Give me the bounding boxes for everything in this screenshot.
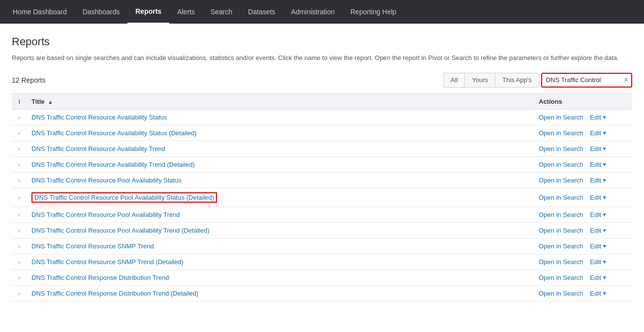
actions-container: Open in Search Edit ▼	[539, 177, 627, 184]
edit-button[interactable]: Edit ▼	[590, 227, 607, 234]
chevron-right-icon[interactable]: ›	[18, 130, 20, 137]
open-in-search-link[interactable]: Open in Search	[539, 274, 583, 281]
chevron-right-icon[interactable]: ›	[18, 274, 20, 281]
edit-button[interactable]: Edit ▼	[590, 129, 607, 137]
row-title-cell: DNS Traffic Control Resource Pool Availa…	[27, 172, 534, 188]
actions-container: Open in Search Edit ▼	[539, 211, 627, 218]
chevron-right-icon[interactable]: ›	[18, 161, 20, 168]
row-actions-cell: Open in Search Edit ▼	[534, 254, 632, 270]
edit-button[interactable]: Edit ▼	[590, 194, 607, 201]
edit-dropdown-icon: ▼	[602, 243, 607, 249]
nav-item-datasets[interactable]: Datasets	[240, 0, 283, 24]
report-link[interactable]: DNS Traffic Control Resource Pool Availa…	[31, 177, 182, 184]
report-link[interactable]: DNS Traffic Control Resource Pool Availa…	[31, 227, 210, 234]
search-filter-clear-button[interactable]: ×	[621, 73, 631, 87]
edit-button[interactable]: Edit ▼	[590, 242, 607, 250]
chevron-right-icon[interactable]: ›	[18, 290, 20, 297]
row-title-cell: DNS Traffic Control Resource SNMP Trend …	[27, 254, 534, 270]
open-in-search-link[interactable]: Open in Search	[539, 194, 583, 201]
edit-label: Edit	[590, 242, 601, 250]
nav-item-search[interactable]: Search	[203, 0, 240, 24]
open-in-search-link[interactable]: Open in Search	[539, 211, 583, 218]
edit-dropdown-icon: ▼	[602, 212, 607, 217]
reports-count: 12 Reports	[12, 76, 443, 84]
edit-button[interactable]: Edit ▼	[590, 177, 607, 184]
open-in-search-link[interactable]: Open in Search	[539, 129, 583, 137]
edit-button[interactable]: Edit ▼	[590, 114, 607, 121]
row-expand-cell: ›	[12, 141, 27, 156]
open-in-search-link[interactable]: Open in Search	[539, 177, 583, 184]
edit-button[interactable]: Edit ▼	[590, 161, 607, 168]
chevron-right-icon[interactable]: ›	[18, 114, 20, 121]
actions-container: Open in Search Edit ▼	[539, 227, 627, 234]
chevron-right-icon[interactable]: ›	[18, 177, 20, 184]
actions-container: Open in Search Edit ▼	[539, 161, 627, 168]
open-in-search-link[interactable]: Open in Search	[539, 242, 583, 250]
report-link[interactable]: DNS Traffic Control Resource Availabilit…	[31, 161, 195, 168]
chevron-right-icon[interactable]: ›	[18, 243, 20, 250]
report-link[interactable]: DNS Traffic Control Resource Pool Availa…	[31, 211, 180, 218]
report-link[interactable]: DNS Traffic Control Response Distributio…	[31, 290, 198, 297]
open-in-search-link[interactable]: Open in Search	[539, 227, 583, 234]
edit-label: Edit	[590, 274, 601, 281]
row-title-cell: DNS Traffic Control Resource Availabilit…	[27, 125, 534, 141]
page-title: Reports	[12, 35, 632, 48]
page-description: Reports are based on single searches and…	[12, 53, 632, 63]
chevron-right-icon[interactable]: ›	[18, 227, 20, 234]
chevron-right-icon[interactable]: ›	[18, 211, 20, 218]
row-title-cell: DNS Traffic Control Resource Availabilit…	[27, 141, 534, 156]
actions-container: Open in Search Edit ▼	[539, 242, 627, 250]
edit-button[interactable]: Edit ▼	[590, 211, 607, 218]
open-in-search-link[interactable]: Open in Search	[539, 114, 583, 121]
row-actions-cell: Open in Search Edit ▼	[534, 109, 632, 125]
open-in-search-link[interactable]: Open in Search	[539, 290, 583, 297]
page-content: Reports Reports are based on single sear…	[0, 24, 644, 302]
report-link[interactable]: DNS Traffic Control Resource SNMP Trend …	[31, 258, 184, 266]
open-in-search-link[interactable]: Open in Search	[539, 145, 583, 152]
edit-button[interactable]: Edit ▼	[590, 274, 607, 281]
search-filter-input[interactable]	[542, 73, 621, 87]
table-row: ›DNS Traffic Control Resource Availabili…	[12, 109, 632, 125]
row-actions-cell: Open in Search Edit ▼	[534, 285, 632, 301]
open-in-search-link[interactable]: Open in Search	[539, 258, 583, 266]
open-in-search-link[interactable]: Open in Search	[539, 161, 583, 168]
actions-container: Open in Search Edit ▼	[539, 274, 627, 281]
filter-all-button[interactable]: All	[443, 73, 464, 88]
nav-item-home-dashboard[interactable]: Home Dashboard	[5, 0, 75, 24]
row-actions-cell: Open in Search Edit ▼	[534, 156, 632, 172]
actions-container: Open in Search Edit ▼	[539, 194, 627, 201]
edit-label: Edit	[590, 227, 601, 234]
nav-item-dashboards[interactable]: Dashboards	[75, 0, 128, 24]
edit-dropdown-icon: ▼	[602, 259, 607, 265]
nav-item-reporting-help[interactable]: Reporting Help	[342, 0, 404, 24]
row-title-cell: DNS Traffic Control Response Distributio…	[27, 285, 534, 301]
table-row: ›DNS Traffic Control Response Distributi…	[12, 285, 632, 301]
edit-dropdown-icon: ▼	[602, 146, 607, 151]
edit-dropdown-icon: ▼	[602, 195, 607, 200]
row-expand-cell: ›	[12, 188, 27, 207]
report-link[interactable]: DNS Traffic Control Response Distributio…	[31, 274, 169, 281]
filter-yours-button[interactable]: Yours	[464, 73, 495, 88]
filter-thisapps-button[interactable]: This App's	[495, 73, 539, 88]
nav-item-alerts[interactable]: Alerts	[169, 0, 203, 24]
chevron-right-icon[interactable]: ›	[18, 194, 20, 201]
table-header-row: i Title ▲ Actions	[12, 93, 632, 109]
row-actions-cell: Open in Search Edit ▼	[534, 270, 632, 285]
edit-button[interactable]: Edit ▼	[590, 258, 607, 266]
chevron-right-icon[interactable]: ›	[18, 146, 20, 152]
edit-button[interactable]: Edit ▼	[590, 290, 607, 297]
row-title-cell: DNS Traffic Control Resource SNMP Trend	[27, 238, 534, 254]
chevron-right-icon[interactable]: ›	[18, 259, 20, 266]
edit-button[interactable]: Edit ▼	[590, 145, 607, 152]
nav-item-reports[interactable]: Reports	[127, 0, 169, 24]
edit-label: Edit	[590, 194, 601, 201]
report-link[interactable]: DNS Traffic Control Resource Availabilit…	[31, 129, 197, 137]
report-link[interactable]: DNS Traffic Control Resource Availabilit…	[31, 145, 165, 152]
actions-container: Open in Search Edit ▼	[539, 145, 627, 152]
table-row: ›DNS Traffic Control Resource Pool Avail…	[12, 207, 632, 222]
report-link-highlighted[interactable]: DNS Traffic Control Resource Pool Availa…	[31, 192, 217, 203]
row-expand-cell: ›	[12, 125, 27, 141]
nav-item-administration[interactable]: Administration	[283, 0, 343, 24]
report-link[interactable]: DNS Traffic Control Resource SNMP Trend	[31, 242, 154, 250]
report-link[interactable]: DNS Traffic Control Resource Availabilit…	[31, 114, 167, 121]
